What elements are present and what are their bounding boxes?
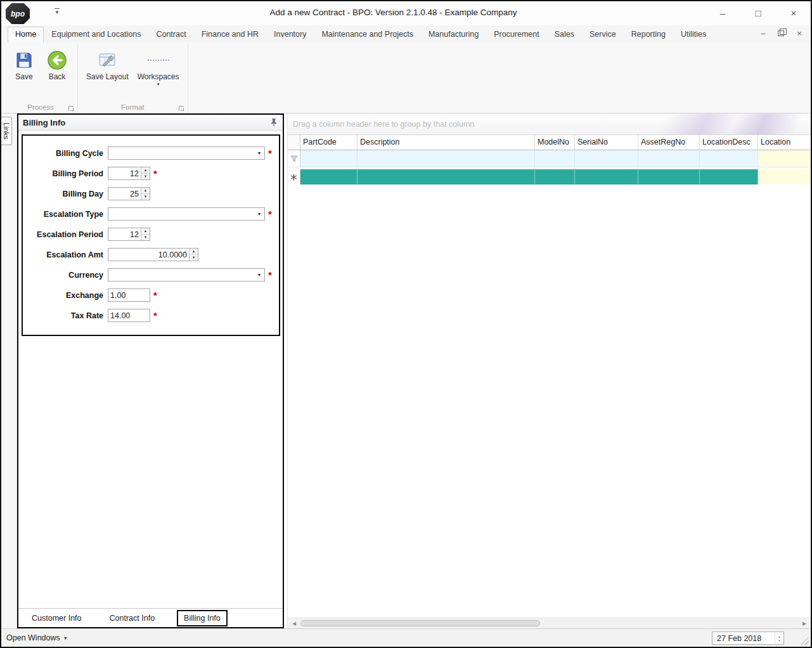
new-row-cell-partcode[interactable] [300,169,358,185]
back-button[interactable]: Back [41,48,74,84]
minimize-button[interactable]: – [714,8,731,18]
spinner[interactable]: ▲▼ [141,167,150,179]
save-button[interactable]: Save [8,48,41,84]
dropdown-arrow-icon[interactable]: ▼ [254,212,264,216]
column-header-locationdesc[interactable]: LocationDesc [700,135,758,150]
spinner[interactable]: ▲▼ [141,188,150,200]
maximize-button[interactable]: □ [750,8,766,18]
ribbon-tab-finance-and-hr[interactable]: Finance and HR [194,27,266,42]
column-header-serialno[interactable]: SerialNo [575,135,638,150]
open-windows-label: Open Windows [6,633,60,642]
field-escalation-amt[interactable]: 10.0000▲▼ [108,248,198,261]
links-panel-tab[interactable]: Links [1,117,12,145]
required-asterisk: * [153,290,157,301]
ribbon-tab-home[interactable]: Home [8,27,44,42]
field-exchange[interactable]: 1.00 [108,288,150,302]
new-row-cell-assetregno[interactable] [638,169,700,185]
filter-cell-locationdesc[interactable] [700,150,758,167]
group-by-hint: Drag a column header here to group by th… [293,120,474,129]
new-row-cell-description[interactable] [358,169,535,185]
grid-group-by-bar[interactable]: Drag a column header here to group by th… [288,113,811,134]
column-header-location[interactable]: Location [758,135,811,150]
field-tax-rate[interactable]: 14.00 [108,309,150,322]
field-escalation-period[interactable]: 12▲▼ [108,228,150,241]
dropdown-arrow-icon[interactable]: ▼ [254,273,264,277]
ribbon-tab-procurement[interactable]: Procurement [486,27,547,42]
field-label-escalation-amt: Escalation Amt [27,250,108,259]
grid-filter-row [288,150,811,167]
new-row-cell-locationdesc[interactable] [700,169,758,185]
column-header-description[interactable]: Description [358,135,535,150]
header-row-indicator [288,135,300,150]
ribbon-tab-manufacturing[interactable]: Manufacturing [421,27,486,42]
scroll-right-icon[interactable]: ▶ [799,621,809,626]
ribbon-tab-service[interactable]: Service [582,27,624,42]
tab-billing-info[interactable]: Billing Info [177,610,228,626]
ribbon-tab-equipment-and-locations[interactable]: Equipment and Locations [44,27,148,42]
ribbon-tab-utilities[interactable]: Utilities [673,27,714,42]
spin-up-icon[interactable]: ▲ [141,228,150,235]
new-row-cell-location[interactable] [758,169,811,185]
filter-cell-description[interactable] [358,150,535,167]
spin-up-icon[interactable]: ▲ [141,188,150,194]
workspaces-button[interactable]: Workspaces ▼ [133,48,184,88]
filter-cell-location[interactable] [758,150,811,167]
new-row-cell-modelno[interactable] [535,169,575,185]
format-dialog-launcher-icon[interactable] [179,106,184,111]
ribbon-tab-contract[interactable]: Contract [148,27,193,42]
field-currency[interactable]: ▼ [108,268,265,282]
close-button[interactable]: × [785,8,802,18]
field-label-billing-cycle: Billing Cycle [27,149,108,158]
spin-down-icon[interactable]: ▼ [190,255,198,261]
process-dialog-launcher-icon[interactable] [68,106,74,111]
form-row-billing-day: Billing Day25▲▼ [23,187,279,200]
ribbon-group-process: Save Back Process [4,44,78,113]
spin-down-icon[interactable]: ▼ [141,174,150,179]
filter-cell-assetregno[interactable] [638,150,700,167]
doc-minimize-icon[interactable]: – [761,29,765,38]
spin-down-icon[interactable]: ▼ [141,194,150,200]
field-billing-period[interactable]: 12▲▼ [108,167,150,180]
doc-close-icon[interactable]: × [797,29,802,38]
spinner[interactable]: ▲▼ [189,249,198,261]
filter-cell-serialno[interactable] [575,150,638,167]
doc-restore-icon[interactable] [778,30,784,36]
ribbon-tab-inventory[interactable]: Inventory [266,27,314,42]
ribbon-tab-sales[interactable]: Sales [547,27,582,42]
column-header-assetregno[interactable]: AssetRegNo [638,135,700,150]
field-billing-day[interactable]: 25▲▼ [108,187,150,200]
spin-down-icon[interactable]: ▼ [141,235,150,240]
tab-contract-info[interactable]: Contract Info [104,611,161,625]
open-windows-button[interactable]: Open Windows ▼ [6,633,68,642]
column-header-modelno[interactable]: ModelNo [535,135,575,150]
filter-cell-partcode[interactable] [300,150,358,167]
date-spinner[interactable]: ▲▼ [775,632,783,644]
horizontal-scrollbar[interactable]: ◀ ▶ [288,618,811,628]
quick-access-chevron-icon[interactable]: ▼ [55,8,60,15]
spin-up-icon[interactable]: ▲ [190,249,198,255]
spin-up-icon[interactable]: ▲ [141,167,150,174]
scrollbar-thumb[interactable] [300,620,540,626]
dropdown-arrow-icon[interactable]: ▼ [254,151,264,155]
filter-cell-modelno[interactable] [535,150,575,167]
save-layout-button[interactable]: Save Layout [82,48,133,84]
new-row-cell-serialno[interactable] [575,169,638,185]
tab-customer-info[interactable]: Customer Info [26,611,87,625]
resize-grip-icon[interactable] [801,637,809,645]
ribbon-tab-reporting[interactable]: Reporting [624,27,673,42]
scrollbar-track[interactable] [299,618,799,628]
save-layout-icon [98,50,117,70]
column-header-partcode[interactable]: PartCode [300,135,358,150]
scroll-left-icon[interactable]: ◀ [289,621,299,626]
filter-row-indicator[interactable] [288,150,300,167]
form-row-escalation-amt: Escalation Amt10.0000▲▼ [23,248,279,261]
spinner[interactable]: ▲▼ [141,228,150,240]
date-spin-up-icon: ▲ [778,635,781,638]
ribbon-tab-maintenance-and-projects[interactable]: Maintenance and Projects [314,27,421,42]
pin-icon[interactable] [269,118,278,127]
field-escalation-type[interactable]: ▼ [108,207,265,221]
date-spin-down-icon: ▼ [778,639,781,642]
form-row-escalation-type: Escalation Type▼* [23,207,279,221]
field-billing-cycle[interactable]: ▼ [108,146,265,160]
date-editor[interactable]: 27 Feb 2018 ▲▼ [712,632,784,645]
